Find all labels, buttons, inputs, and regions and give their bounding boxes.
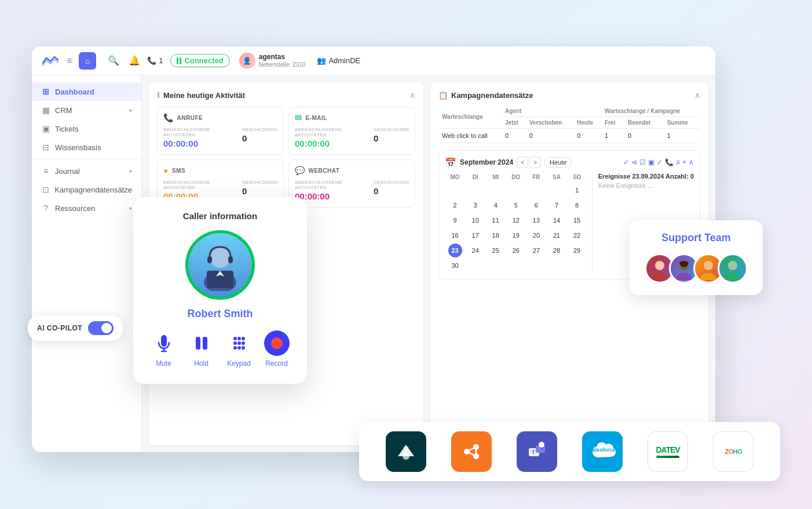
cal-day-9[interactable]: 9 <box>448 213 462 227</box>
sidebar-item-tickets[interactable]: ▣ Tickets <box>32 119 141 138</box>
collapse-icon[interactable]: ∧ <box>409 90 415 100</box>
cal-day-7[interactable]: 7 <box>550 198 564 212</box>
bell-icon[interactable]: 🔔 <box>129 55 140 66</box>
svg-point-10 <box>233 337 237 340</box>
sidebar-item-dashboard[interactable]: ⊞ Dashboard <box>32 82 141 101</box>
cal-prev-btn[interactable]: < <box>517 157 528 168</box>
phone-count: 1 <box>159 56 163 65</box>
cal-phone-cal-icon[interactable]: ✓ <box>657 158 663 166</box>
sidebar-item-kampagne[interactable]: ⊡ Kampagnendatensätze <box>32 180 141 199</box>
sidebar-item-ressourcen[interactable]: ? Ressourcen ▾ <box>32 199 141 217</box>
cal-day-15[interactable]: 15 <box>570 213 584 227</box>
cal-days: 1 2 3 4 5 6 7 8 9 10 11 <box>445 183 587 273</box>
kampagne-collapse[interactable]: ∧ <box>694 90 700 100</box>
cal-day-20[interactable]: 20 <box>529 228 543 242</box>
mute-button[interactable]: Mute <box>151 330 177 368</box>
connected-status: Connected <box>170 54 230 67</box>
svg-rect-5 <box>228 256 233 263</box>
svg-point-24 <box>700 273 716 280</box>
sidebar-item-journal[interactable]: ≡ Journal ▾ <box>32 162 141 180</box>
ai-copilot-toggle[interactable]: AI CO-PILOT <box>28 315 123 341</box>
cal-day-16[interactable]: 16 <box>448 228 462 242</box>
cal-day-11[interactable]: 11 <box>489 213 503 227</box>
cal-filter-icons: ✓ ⊲ ☑ ▣ ✓ 📞 ≡ + ∧ <box>623 158 694 166</box>
caller-card-title: Caller information <box>145 211 295 221</box>
user-extension: Nebenstelle: 2310 <box>259 61 306 68</box>
menu-icon[interactable]: ≡ <box>67 56 72 66</box>
cal-day-2[interactable]: 2 <box>448 198 462 212</box>
cal-day-23-today[interactable]: 23 <box>448 243 462 257</box>
keypad-button[interactable]: Keypad <box>226 330 252 368</box>
cal-day-18[interactable]: 18 <box>489 228 503 242</box>
cal-day-3[interactable]: 3 <box>469 198 482 212</box>
sidebar-item-wissensbasis[interactable]: ⊟ Wissensbasis <box>32 138 141 157</box>
svg-point-26 <box>725 273 741 280</box>
search-icon[interactable]: 🔍 <box>108 55 119 66</box>
cal-day-14[interactable]: 14 <box>550 213 564 227</box>
cal-day-27[interactable]: 27 <box>529 243 543 257</box>
cal-day-5[interactable]: 5 <box>509 198 523 212</box>
info-icon: ℹ <box>157 91 160 99</box>
cal-day-8[interactable]: 8 <box>570 198 584 212</box>
cal-day-24[interactable]: 24 <box>469 243 482 257</box>
cal-day-1[interactable]: 1 <box>570 183 584 197</box>
phone-indicator: 📞 1 <box>147 56 163 65</box>
cal-day-25[interactable]: 25 <box>489 243 503 257</box>
cal-day-12[interactable]: 12 <box>509 213 523 227</box>
hubspot-icon[interactable] <box>451 431 492 472</box>
calendar-header: 📅 September 2024 < > Heute ✓ ⊲ ☑ ▣ ✓ <box>445 157 694 168</box>
cal-day-4[interactable]: 4 <box>489 198 503 212</box>
cal-day-22[interactable]: 22 <box>570 228 584 242</box>
ai-toggle-switch[interactable] <box>88 321 114 335</box>
support-team-title: Support Team <box>641 232 751 244</box>
cal-day-30[interactable]: 30 <box>448 259 462 272</box>
cal-day-17[interactable]: 17 <box>469 228 482 242</box>
home-button[interactable]: ⌂ <box>79 52 96 70</box>
zoho-icon[interactable]: ZOHO <box>713 431 754 472</box>
salesforce-icon[interactable]: salesforce <box>582 431 623 472</box>
record-button[interactable]: Record <box>264 330 290 368</box>
cal-collapse-icon[interactable]: ∧ <box>689 158 694 166</box>
hold-icon <box>189 330 214 356</box>
admin-icon: 👥 <box>317 56 326 65</box>
svg-point-23 <box>704 261 713 270</box>
datev-icon[interactable]: DATEV <box>648 431 688 472</box>
cal-checkmark-icon[interactable]: ✓ <box>623 158 629 166</box>
sidebar-item-crm[interactable]: ▦ CRM ▾ <box>32 101 141 119</box>
cal-day-10[interactable]: 10 <box>469 213 482 227</box>
dashboard-icon: ⊞ <box>41 87 50 96</box>
cal-day-13[interactable]: 13 <box>529 213 543 227</box>
cal-next-btn[interactable]: > <box>529 157 541 168</box>
cal-grid-area: MO DI MI DO FR SA SO <box>445 173 587 273</box>
cell-warteschlange: Web click to call <box>438 129 502 143</box>
teams-icon[interactable]: T T <box>517 431 557 472</box>
th-frei: Frei <box>601 117 624 129</box>
hold-button[interactable]: Hold <box>189 330 214 368</box>
cal-add-icon[interactable]: + <box>682 158 686 166</box>
hold-label: Hold <box>194 359 209 368</box>
record-label: Record <box>265 359 288 368</box>
activity-panel-title: ℹ Meine heutige Aktivität <box>157 91 245 100</box>
cal-day-26[interactable]: 26 <box>509 243 523 257</box>
cal-day-19[interactable]: 19 <box>509 228 523 242</box>
cal-list-icon[interactable]: ≡ <box>676 158 680 166</box>
user-details: agentas Nebenstelle: 2310 <box>259 53 306 68</box>
caller-avatar <box>188 233 252 297</box>
cal-checkbox-icon[interactable]: ☑ <box>639 158 646 166</box>
cal-day-21[interactable]: 21 <box>550 228 564 242</box>
svg-point-22 <box>676 273 692 280</box>
cal-phone2-icon[interactable]: 📞 <box>665 158 674 166</box>
cal-day-6[interactable]: 6 <box>529 198 543 212</box>
zendesk-icon[interactable]: Z <box>386 431 426 472</box>
phone-icon-blue: 📞 <box>163 113 174 122</box>
sidebar: ⊞ Dashboard ▦ CRM ▾ ▣ Tickets ⊟ Wissensb… <box>32 75 142 452</box>
svg-point-16 <box>233 346 237 350</box>
cal-day-29[interactable]: 29 <box>570 243 584 257</box>
cal-flag-icon[interactable]: ⊲ <box>631 158 637 166</box>
cal-today-btn[interactable]: Heute <box>544 157 572 168</box>
chevron-down-icon-2: ▾ <box>129 168 132 174</box>
cal-screen-icon[interactable]: ▣ <box>648 158 654 166</box>
kampagne-icon: ⊡ <box>41 185 50 194</box>
cal-no-events: Keine Ereignisse ... <box>598 182 694 189</box>
cal-day-28[interactable]: 28 <box>550 243 564 257</box>
